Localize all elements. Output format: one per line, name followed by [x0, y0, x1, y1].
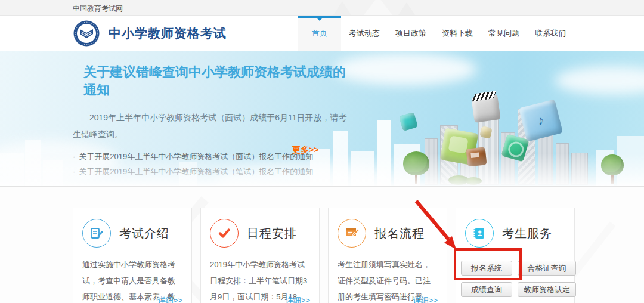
brand[interactable]: 中小学教师资格考试: [73, 20, 227, 47]
nav-tab-label: 首页: [312, 29, 327, 38]
header: 中小学教师资格考试 首页 考试动态 项目政策 资料下载 常见问题 联系我们: [0, 16, 644, 51]
bullet-dot: ·: [73, 152, 75, 161]
nav-tab-contact[interactable]: 联系我们: [527, 16, 574, 51]
nav-tab-faq[interactable]: 常见问题: [481, 16, 527, 51]
cloud-decoration: [215, 164, 394, 187]
nav-tab-downloads[interactable]: 资料下载: [434, 16, 481, 51]
mountain-decoration: [395, 2, 419, 16]
notebook-pen-icon: [82, 219, 111, 248]
piano-cube: [471, 94, 500, 123]
notice-title[interactable]: 关于建议错峰查询中小学教师资格考试成绩的通知: [83, 63, 347, 99]
card-head: 考生服务: [456, 208, 574, 251]
score-query-button[interactable]: 成绩查询: [461, 282, 512, 297]
contact-book-icon: [465, 219, 494, 248]
card-exam-intro: 考试介绍 通过实施中小学教师资格考试，考查申请人是否具备教师职业道德、基本素养、…: [73, 208, 192, 303]
nav-tab-label: 资料下载: [442, 29, 473, 38]
details-link[interactable]: 详细>>: [286, 295, 310, 303]
details-link[interactable]: 详细>>: [158, 295, 182, 303]
site-title: 中小学教师资格考试: [109, 25, 227, 42]
nav-tab-home[interactable]: 首页: [298, 16, 341, 51]
form-pen-icon: [338, 219, 366, 248]
nav-tab-label: 常见问题: [488, 29, 519, 38]
registration-system-button[interactable]: 报名系统: [461, 261, 512, 276]
card-schedule: 日程安排 2019年中小学教师资格考试日程安排：上半年笔试日期3月9日，面试日期…: [200, 208, 320, 303]
content-section: 考试介绍 通过实施中小学教师资格考试，考查申请人是否具备教师职业道德、基本素养、…: [0, 187, 644, 303]
nav-tab-label: 联系我们: [535, 29, 566, 38]
notice-panel: 关于建议错峰查询中小学教师资格考试成绩的通知 2019年上半年中小学教师资格考试…: [73, 51, 347, 179]
parent-site-link[interactable]: 中国教育考试网: [73, 4, 123, 14]
card-candidate-services: 考生服务 报名系统 合格证查询 成绩查询 教师资格认定: [456, 208, 575, 303]
notice-links: ·关于开展2019年上半年中小学教师资格考试（面试）报名工作的通知 ·关于开展2…: [73, 149, 347, 179]
site-logo-icon: [73, 20, 100, 47]
nav-tab-label: 考试动态: [349, 29, 380, 38]
main-nav: 首页 考试动态 项目政策 资料下载 常见问题 联系我们: [298, 16, 574, 51]
certificate-query-button[interactable]: 合格证查询: [518, 261, 576, 276]
card-head: 日程安排: [201, 208, 319, 251]
card-row: 考试介绍 通过实施中小学教师资格考试，考查申请人是否具备教师职业道德、基本素养、…: [73, 208, 575, 303]
nav-tab-label: 项目政策: [395, 29, 426, 38]
card-title: 报名流程: [374, 225, 425, 242]
divider: [456, 251, 574, 251]
card-head: 报名流程: [329, 208, 447, 251]
nav-tab-exam-news[interactable]: 考试动态: [341, 16, 388, 51]
floating-cube: [466, 147, 487, 166]
card-registration-process: 报名流程 考生注册须填写真实姓名，证件类型及证件号码。已注册的考生填写密码进行登…: [328, 208, 447, 303]
notice-link-label: 关于开展2019年上半年中小学教师资格考试（面试）报名工作的通知: [79, 152, 313, 161]
page: 中国教育考试网 中小学教师资格考试 首页 考试动态 项目政策: [0, 0, 644, 303]
nav-tab-policy[interactable]: 项目政策: [388, 16, 434, 51]
cloud-decoration: [334, 53, 477, 85]
card-title: 日程安排: [247, 225, 297, 242]
mountain-decoration: [329, 1, 355, 16]
card-title: 考生服务: [502, 225, 552, 242]
checkmark-icon: [210, 219, 239, 248]
cloud-decoration: [555, 66, 644, 95]
bullet-dot: ·: [73, 167, 75, 176]
mountain-decoration: [358, 0, 398, 16]
card-title: 考试介绍: [119, 225, 169, 242]
active-tab-indicator: [298, 16, 341, 18]
top-utility-bar: 中国教育考试网: [0, 0, 644, 16]
floating-cube: [440, 128, 479, 166]
more-link[interactable]: 更多>>: [292, 145, 318, 156]
notice-link-label: 关于开展2019年上半年中小学教师资格考试（笔试）报名工作的通知: [79, 167, 313, 176]
hero-banner: ♪ 关于建议错峰查询中小学教师资格考试成绩的通知 2019年上半年中小学教师资格…: [0, 51, 644, 187]
service-buttons: 报名系统 合格证查询 成绩查询 教师资格认定: [461, 261, 574, 297]
card-head: 考试介绍: [73, 208, 191, 251]
notice-summary: 2019年上半年中小学教师资格考试（面试）成绩于6月11日开放，请考生错峰查询。: [73, 109, 347, 143]
details-link[interactable]: 详细>>: [413, 295, 438, 303]
notice-link[interactable]: ·关于开展2019年上半年中小学教师资格考试（笔试）报名工作的通知: [73, 164, 347, 179]
teacher-qualification-button[interactable]: 教师资格认定: [518, 282, 576, 297]
